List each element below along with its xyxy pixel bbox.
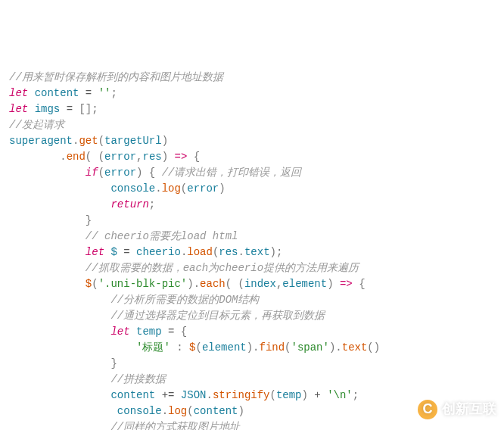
code-block: //用来暂时保存解析到的内容和图片地址数据 let content = ''; … — [9, 70, 495, 430]
id-targetUrl: targetUrl — [104, 135, 162, 147]
fn-get: get — [79, 135, 98, 147]
id-superagent: superagent — [9, 135, 73, 147]
comment: //发起请求 — [9, 119, 64, 131]
fn-end: end — [67, 151, 86, 163]
watermark: C 创新互联 — [418, 399, 496, 419]
watermark-text: 创新互联 — [442, 399, 496, 419]
keyword-let: let — [9, 87, 28, 99]
comment: //用来暂时保存解析到的内容和图片地址数据 — [9, 71, 223, 83]
id-content: content — [35, 87, 79, 99]
watermark-logo-icon: C — [418, 400, 437, 419]
id-imgs: imgs — [35, 103, 61, 115]
